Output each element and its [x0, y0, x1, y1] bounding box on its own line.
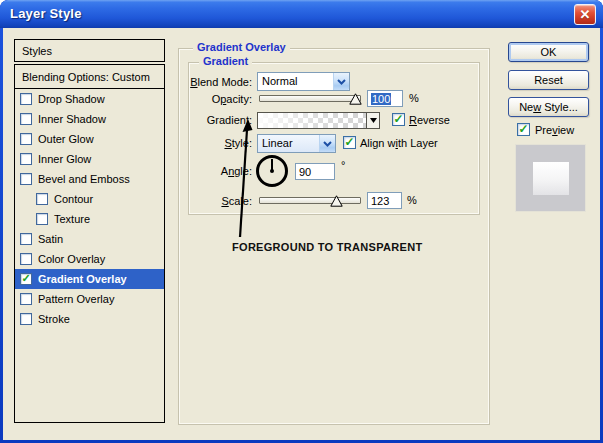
sidebar-item-texture[interactable]: Texture — [15, 209, 164, 229]
close-button[interactable]: ✕ — [574, 4, 596, 25]
close-icon: ✕ — [580, 8, 591, 21]
sidebar-item-inner-glow[interactable]: Inner Glow — [15, 149, 164, 169]
angle-dial-center — [270, 169, 274, 173]
chevron-down-icon[interactable] — [319, 135, 335, 152]
angle-dial[interactable] — [256, 155, 288, 187]
angle-unit: ° — [341, 159, 345, 171]
sidebar-item-color-overlay[interactable]: Color Overlay — [15, 249, 164, 269]
blend-mode-value: Normal — [258, 73, 333, 90]
blend-mode-select[interactable]: Normal — [257, 72, 350, 91]
window-title: Layer Style — [10, 6, 82, 21]
satin-checkbox[interactable] — [20, 233, 32, 245]
check-icon: ✓ — [344, 136, 354, 148]
outer-glow-checkbox[interactable] — [20, 133, 32, 145]
sidebar-item-contour[interactable]: Contour — [15, 189, 164, 209]
gradient-picker[interactable] — [257, 112, 380, 129]
bevel-emboss-checkbox[interactable] — [20, 173, 32, 185]
opacity-label: Opacity: — [170, 93, 252, 105]
contour-checkbox[interactable] — [36, 193, 48, 205]
gradient-swatch[interactable] — [258, 113, 366, 128]
annotation-text: FOREGROUND TO TRANSPARENT — [232, 241, 422, 253]
angle-value: 90 — [299, 166, 311, 178]
style-select[interactable]: Linear — [257, 134, 336, 153]
style-preview-thumbnail — [515, 144, 586, 212]
scale-label: Scale: — [170, 195, 252, 207]
inner-shadow-checkbox[interactable] — [20, 113, 32, 125]
gradient-group-title: Gradient — [199, 55, 252, 67]
sidebar-item-bevel-and-emboss[interactable]: Bevel and Emboss — [15, 169, 164, 189]
chevron-down-icon[interactable] — [333, 73, 349, 90]
sidebar-item-pattern-overlay[interactable]: Pattern Overlay — [15, 289, 164, 309]
opacity-value: 100 — [371, 93, 391, 105]
sidebar-item-drop-shadow[interactable]: Drop Shadow — [15, 89, 164, 109]
angle-input[interactable]: 90 — [295, 163, 335, 180]
preview-checkbox[interactable]: ✓ — [517, 123, 530, 136]
scale-slider-thumb[interactable] — [330, 193, 343, 211]
angle-label: Angle: — [170, 165, 252, 177]
styles-list: Blending Options: Custom Drop Shadow Inn… — [14, 64, 165, 423]
ok-button[interactable]: OK — [508, 42, 589, 62]
check-icon: ✓ — [393, 113, 403, 125]
sidebar-item-inner-shadow[interactable]: Inner Shadow — [15, 109, 164, 129]
styles-panel-header: Styles — [14, 39, 165, 62]
opacity-input[interactable]: 100 — [367, 90, 403, 107]
sidebar-item-blending-options[interactable]: Blending Options: Custom — [15, 65, 164, 89]
check-icon: ✓ — [518, 123, 528, 135]
scale-slider-track[interactable] — [259, 197, 361, 204]
opacity-slider-thumb[interactable] — [349, 91, 362, 109]
new-style-button[interactable]: New Style... — [508, 97, 589, 117]
pattern-overlay-checkbox[interactable] — [20, 293, 32, 305]
preview-label: Preview — [535, 124, 574, 136]
sidebar-item-stroke[interactable]: Stroke — [15, 309, 164, 329]
styles-panel-title: Styles — [22, 45, 52, 57]
gradient-dropdown-arrow-icon[interactable] — [366, 113, 379, 128]
layer-style-dialog: Layer Style ✕ Styles Blending Options: C… — [0, 0, 603, 443]
align-with-layer-label: Align with Layer — [360, 137, 438, 149]
style-label: Style: — [170, 137, 252, 149]
title-bar[interactable]: Layer Style ✕ — [0, 0, 603, 28]
scale-unit: % — [407, 194, 417, 206]
scale-input[interactable]: 123 — [367, 192, 402, 209]
color-overlay-checkbox[interactable] — [20, 253, 32, 265]
reverse-checkbox[interactable]: ✓ — [392, 113, 405, 126]
inner-glow-checkbox[interactable] — [20, 153, 32, 165]
reset-button[interactable]: Reset — [508, 70, 589, 90]
reverse-label: Reverse — [409, 114, 450, 126]
blend-mode-label: Blend Mode: — [170, 76, 252, 88]
scale-value: 123 — [371, 195, 389, 207]
align-with-layer-checkbox[interactable]: ✓ — [343, 136, 356, 149]
style-value: Linear — [258, 135, 319, 152]
opacity-unit: % — [409, 92, 419, 104]
check-icon: ✓ — [21, 273, 30, 284]
sidebar-item-gradient-overlay[interactable]: ✓ Gradient Overlay — [15, 269, 164, 289]
sidebar-item-satin[interactable]: Satin — [15, 229, 164, 249]
drop-shadow-checkbox[interactable] — [20, 93, 32, 105]
gradient-overlay-checkbox[interactable]: ✓ — [20, 273, 32, 285]
opacity-slider-track[interactable] — [259, 95, 361, 102]
stroke-checkbox[interactable] — [20, 313, 32, 325]
gradient-overlay-group-title: Gradient Overlay — [193, 41, 290, 53]
texture-checkbox[interactable] — [36, 213, 48, 225]
sidebar-item-outer-glow[interactable]: Outer Glow — [15, 129, 164, 149]
gradient-label: Gradient: — [170, 114, 252, 126]
style-preview-gradient — [533, 162, 569, 195]
